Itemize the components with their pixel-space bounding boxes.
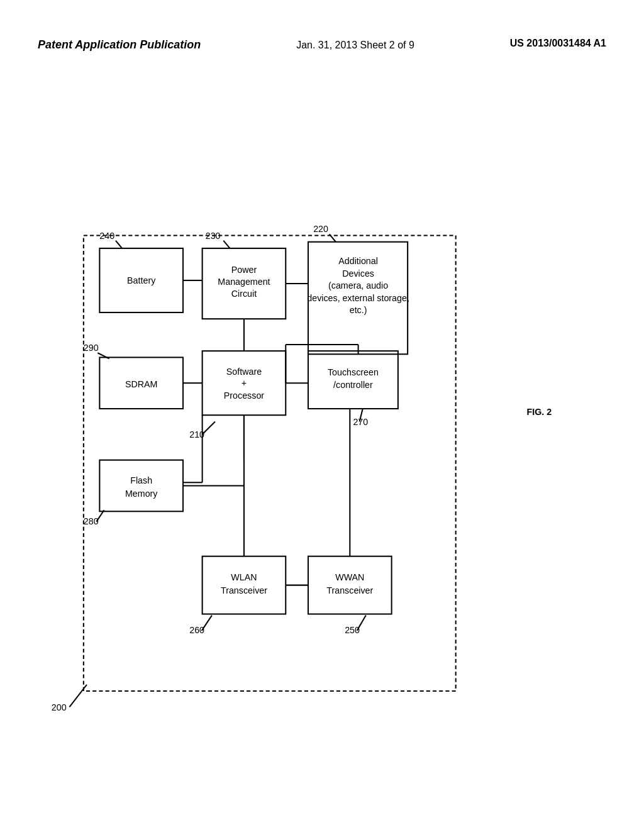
power-mgmt-label3: Circuit [231, 289, 257, 299]
wlan-label1: WLAN [231, 572, 257, 582]
battery-label: Battery [127, 275, 156, 285]
power-mgmt-label2: Management [218, 277, 270, 287]
ref-210-line [203, 421, 215, 434]
ref-260-line [202, 616, 212, 631]
additional-label3: (camera, audio [328, 280, 388, 290]
sdram-label: SDRAM [125, 379, 158, 389]
ref-240: 240 [99, 231, 114, 241]
header: Patent Application Publication Jan. 31, … [0, 38, 644, 53]
ref-240-line [116, 241, 122, 248]
additional-label5: etc.) [350, 305, 367, 315]
ref-230-line [223, 241, 230, 248]
ref-250-line [357, 616, 366, 631]
flash-box [99, 460, 183, 512]
flash-label1: Flash [130, 475, 152, 485]
additional-label2: Devices [342, 268, 374, 279]
touchscreen-label1: Touchscreen [328, 367, 379, 377]
power-mgmt-label1: Power [231, 265, 257, 275]
additional-label1: Additional [338, 256, 378, 266]
flash-label2: Memory [125, 489, 158, 499]
ref-290: 290 [84, 343, 99, 353]
patent-number-label: US 2013/0031484 A1 [510, 38, 606, 49]
page: Patent Application Publication Jan. 31, … [0, 0, 644, 830]
publication-label: Patent Application Publication [38, 38, 201, 52]
ref-200: 200 [52, 702, 67, 712]
additional-label4: devices, external storage, [307, 293, 409, 303]
wlan-label2: Transceiver [221, 585, 267, 595]
diagram: 200 Battery 240 Power Management Circuit… [31, 94, 585, 723]
processor-label3: Processor [224, 390, 264, 401]
fig-label: FIG. 2 [527, 407, 552, 417]
ref-220: 220 [313, 224, 328, 234]
touchscreen-label2: /controller [333, 380, 373, 390]
wwan-label1: WWAN [335, 572, 364, 582]
wwan-label2: Transceiver [326, 585, 373, 595]
processor-label1: Software [226, 367, 262, 377]
ref-200-line [69, 685, 87, 707]
ref-230: 230 [206, 231, 221, 241]
outer-box-200 [84, 235, 456, 690]
date-sheet-label: Jan. 31, 2013 Sheet 2 of 9 [296, 38, 414, 53]
processor-label2: + [242, 378, 247, 388]
